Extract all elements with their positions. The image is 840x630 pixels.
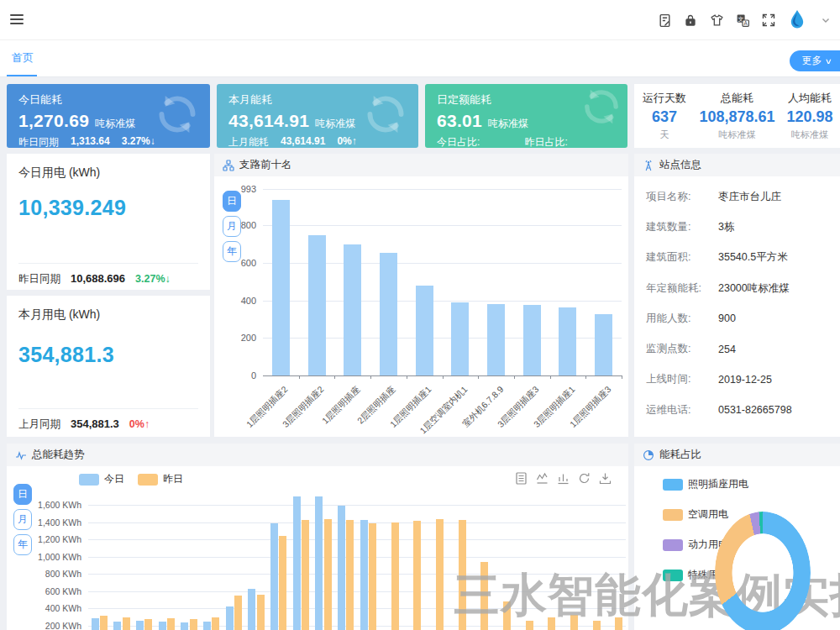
refresh-icon[interactable]	[578, 472, 591, 485]
trend-bar-chart[interactable]: 200 KWh400 KWh600 KWh800 KWh1,000 KWh1,2…	[88, 494, 626, 630]
bar-1层照明插座1[interactable]	[416, 286, 433, 375]
bar-chart-icon[interactable]	[557, 472, 570, 485]
donut-chart[interactable]	[715, 512, 811, 630]
legend-item-昨日[interactable]: 昨日	[138, 472, 183, 486]
usage-card-value: 354,881.3	[18, 343, 114, 367]
bar-1层照明插座[interactable]	[344, 244, 361, 375]
bar-今日[interactable]	[315, 496, 323, 630]
site-info-panel: 站点信息 项目名称:枣庄市台儿庄建筑数量:3栋建筑面积:35540.5平方米年定…	[634, 154, 840, 437]
stat-card-value: 43,614.91	[228, 111, 309, 131]
bar-3层照明插座3[interactable]	[523, 305, 541, 375]
summary-label: 人均能耗	[780, 91, 840, 106]
fullscreen-icon[interactable]	[761, 13, 776, 28]
gridline	[88, 539, 626, 540]
bar-室外机6.7.8.9[interactable]	[487, 304, 505, 375]
bar-昨日[interactable]	[302, 520, 309, 630]
tab-home-label: 首页	[12, 51, 34, 64]
site-info-value: 3栋	[718, 220, 734, 234]
bar-昨日[interactable]	[570, 615, 578, 630]
recycle-icon	[363, 92, 408, 140]
site-info-value: 254	[718, 344, 736, 355]
period-button-日[interactable]: 日	[13, 484, 32, 505]
bar-今日[interactable]	[113, 622, 121, 630]
bar-昨日[interactable]	[480, 562, 488, 630]
bar-1层照明插座2[interactable]	[272, 200, 290, 375]
period-button-月[interactable]: 月	[223, 216, 241, 237]
bar-今日[interactable]	[338, 506, 345, 630]
bar-今日[interactable]	[248, 589, 255, 630]
stat-card-value: 63.01	[437, 111, 482, 131]
bar-1层空调室内机1[interactable]	[451, 302, 469, 375]
bar-今日[interactable]	[159, 622, 166, 630]
pie-chart-icon	[643, 449, 654, 461]
bar-今日[interactable]	[136, 621, 144, 630]
tab-home[interactable]: 首页	[12, 40, 34, 76]
legend-item-照明插座用电[interactable]: 照明插座用电	[663, 477, 748, 491]
bar-昨日[interactable]	[123, 617, 130, 630]
bar-昨日[interactable]	[593, 621, 601, 630]
org-chart-icon	[223, 160, 234, 171]
bar-昨日[interactable]	[190, 619, 197, 630]
site-info-row: 运维电话:0531-82665798	[646, 395, 832, 425]
period-button-年[interactable]: 年	[13, 534, 32, 555]
bar-3层照明插座1[interactable]	[559, 307, 576, 375]
bar-今日[interactable]	[203, 622, 211, 630]
stat-card-sub-label: 昨日同期	[18, 135, 59, 148]
more-button[interactable]: 更多∨	[790, 50, 840, 71]
bar-昨日[interactable]	[324, 519, 332, 630]
bar-今日[interactable]	[92, 618, 99, 630]
bar-2层照明插座[interactable]	[380, 253, 397, 375]
branch-bar-chart[interactable]: 02004006008009931层照明插座23层照明插座21层照明插座2层照明…	[263, 189, 622, 375]
bar-昨日[interactable]	[526, 621, 533, 630]
site-info-row: 建筑面积:35540.5平方米	[646, 243, 832, 273]
energy-trend-panel: 总能耗趋势 今日昨日 日月年 200 KWh400 KWh600 KWh800 …	[7, 444, 628, 630]
stat-card-unit: 吨标准煤	[488, 117, 528, 131]
line-chart-icon[interactable]	[536, 472, 549, 485]
bar-昨日[interactable]	[459, 520, 466, 630]
site-info-row: 监测点数:254	[646, 333, 832, 364]
logo-water-drop-icon[interactable]	[787, 9, 807, 31]
bar-昨日[interactable]	[212, 617, 219, 630]
bar-昨日[interactable]	[234, 596, 242, 630]
data-view-icon[interactable]	[515, 472, 528, 485]
period-button-年[interactable]: 年	[223, 241, 241, 262]
axis-tick	[299, 375, 300, 379]
lock-icon[interactable]	[683, 13, 698, 28]
period-button-月[interactable]: 月	[13, 509, 32, 530]
gridline	[88, 608, 626, 609]
language-icon[interactable]: 文A	[735, 13, 750, 28]
menu-toggle-icon[interactable]	[10, 12, 27, 29]
bar-昨日[interactable]	[257, 595, 265, 630]
bar-昨日[interactable]	[436, 519, 444, 630]
bar-昨日[interactable]	[167, 618, 175, 630]
bar-昨日[interactable]	[100, 616, 108, 630]
theme-skin-icon[interactable]	[709, 13, 724, 28]
site-info-rows: 项目名称:枣庄市台儿庄建筑数量:3栋建筑面积:35540.5平方米年定额能耗:2…	[646, 181, 832, 425]
bar-1层照明插座3[interactable]	[595, 314, 612, 375]
bar-昨日[interactable]	[144, 619, 152, 630]
bar-昨日[interactable]	[503, 601, 511, 630]
panel-header: 支路前十名	[214, 154, 628, 176]
bar-昨日[interactable]	[279, 536, 286, 630]
bar-昨日[interactable]	[346, 520, 354, 630]
period-button-日[interactable]: 日	[223, 191, 241, 212]
download-icon[interactable]	[599, 472, 612, 485]
bar-今日[interactable]	[360, 520, 368, 630]
bar-昨日[interactable]	[391, 522, 399, 630]
work-order-icon[interactable]	[657, 13, 672, 28]
axis-tick	[478, 375, 479, 379]
bar-今日[interactable]	[270, 523, 278, 630]
bar-3层照明插座2[interactable]	[308, 235, 326, 375]
panel-title: 支路前十名	[239, 158, 292, 172]
bar-昨日[interactable]	[369, 523, 376, 630]
bar-昨日[interactable]	[548, 617, 555, 630]
legend-item-今日[interactable]: 今日	[79, 472, 124, 486]
bar-今日[interactable]	[181, 622, 188, 630]
bar-今日[interactable]	[226, 606, 234, 630]
legend-swatch	[663, 570, 683, 581]
user-dropdown-chevron-icon[interactable]	[818, 13, 833, 28]
bar-昨日[interactable]	[413, 521, 421, 630]
usage-percent: 0%↑	[129, 418, 150, 430]
bar-今日[interactable]	[293, 496, 301, 630]
bar-昨日[interactable]	[615, 617, 622, 630]
